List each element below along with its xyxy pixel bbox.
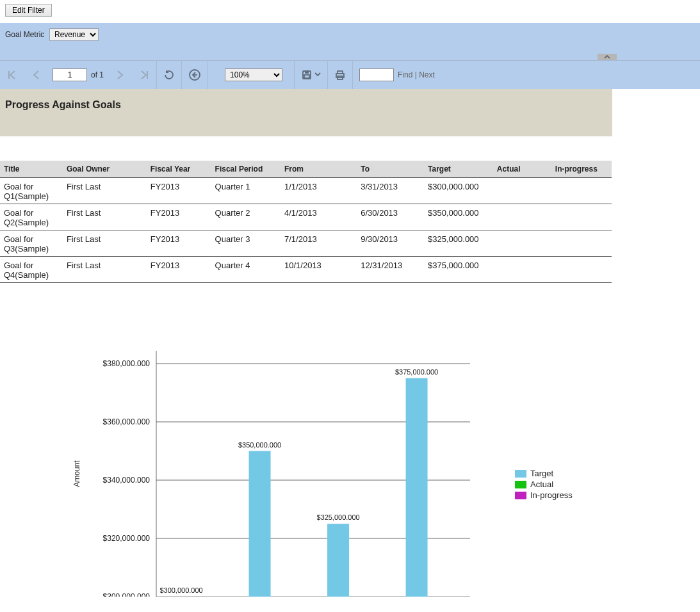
report-title: Progress Against Goals (5, 99, 607, 111)
last-page-button[interactable] (132, 61, 156, 89)
legend-item: In-progress (515, 490, 573, 500)
table-row: Goal for Q4(Sample)First LastFY2013Quart… (0, 257, 612, 283)
svg-text:$300,000.000: $300,000.000 (103, 592, 151, 597)
chevron-down-icon (314, 72, 321, 77)
chart-legend: TargetActualIn-progress (515, 469, 573, 501)
svg-text:$325,000.000: $325,000.000 (316, 513, 359, 521)
column-header: Actual (493, 161, 551, 178)
parameter-bar: Goal Metric Revenue (0, 23, 700, 60)
column-header: Target (424, 161, 493, 178)
column-header: From (281, 161, 357, 178)
edit-filter-button[interactable]: Edit Filter (5, 4, 52, 17)
table-row: Goal for Q2(Sample)First LastFY2013Quart… (0, 204, 612, 230)
column-header: Goal Owner (63, 161, 147, 178)
column-header: Fiscal Period (211, 161, 281, 178)
goals-table: TitleGoal OwnerFiscal YearFiscal PeriodF… (0, 161, 612, 283)
bar (406, 378, 428, 597)
svg-text:$380,000.000: $380,000.000 (103, 359, 151, 368)
table-row: Goal for Q1(Sample)First LastFY2013Quart… (0, 178, 612, 204)
page-total-label: of 1 (91, 70, 104, 79)
legend-item: Actual (515, 479, 573, 489)
svg-text:$320,000.000: $320,000.000 (103, 534, 151, 543)
refresh-button[interactable] (156, 61, 181, 89)
goals-bar-chart: $300,000.000$320,000.000$340,000.000$360… (3, 341, 476, 597)
report-toolbar: of 1 100% Find | Next (0, 60, 700, 89)
prev-page-button[interactable] (24, 61, 49, 89)
search-input[interactable] (359, 68, 394, 81)
next-page-button[interactable] (108, 61, 132, 89)
table-row: Goal for Q3(Sample)First LastFY2013Quart… (0, 230, 612, 257)
svg-text:$300,000.000: $300,000.000 (159, 586, 202, 594)
svg-rect-6 (304, 75, 309, 78)
column-header: In-progress (551, 161, 612, 178)
svg-text:$350,000.000: $350,000.000 (238, 441, 281, 449)
svg-text:Amount: Amount (72, 460, 81, 487)
svg-text:$340,000.000: $340,000.000 (103, 476, 151, 485)
goal-metric-label: Goal Metric (5, 30, 44, 39)
bar (249, 451, 271, 597)
column-header: To (357, 161, 424, 178)
print-button[interactable] (327, 61, 352, 89)
zoom-select[interactable]: 100% (225, 68, 282, 81)
first-page-button[interactable] (0, 61, 24, 89)
column-header: Fiscal Year (147, 161, 211, 178)
svg-rect-5 (305, 71, 309, 74)
column-header: Title (0, 161, 63, 178)
bar (327, 524, 349, 597)
find-next-link[interactable]: Find | Next (398, 70, 435, 79)
svg-rect-8 (338, 71, 343, 74)
svg-text:$360,000.000: $360,000.000 (103, 417, 151, 426)
legend-item: Target (515, 469, 573, 478)
goal-metric-select[interactable]: Revenue (49, 28, 99, 41)
save-dropdown-button[interactable] (294, 61, 327, 89)
report-header: Progress Against Goals (0, 89, 612, 136)
page-input[interactable] (53, 68, 87, 81)
svg-text:$375,000.000: $375,000.000 (395, 368, 438, 376)
back-button[interactable] (181, 61, 208, 89)
